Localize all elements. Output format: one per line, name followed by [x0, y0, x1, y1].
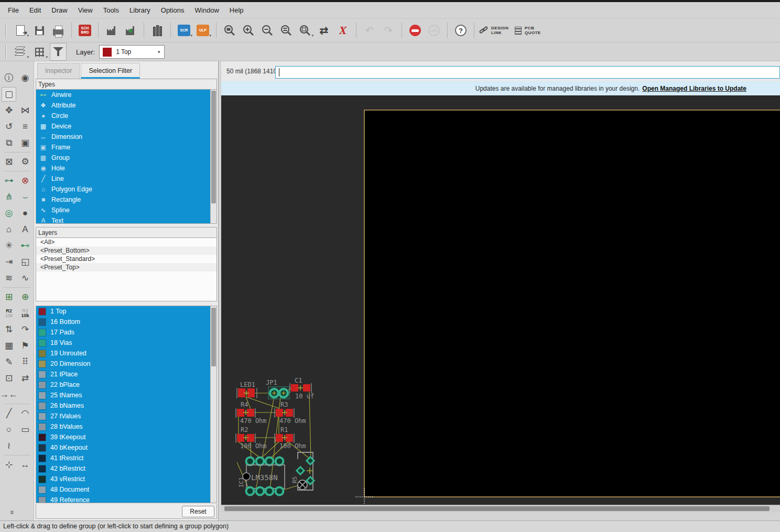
layer-row-vias[interactable]: 18 Vias [36, 338, 216, 348]
swap-icon[interactable]: ⇄ [18, 371, 32, 386]
layer-swatch-reference[interactable] [38, 496, 46, 504]
type-row-circle[interactable]: ●Circle [36, 111, 216, 121]
layer-preset-row[interactable]: <Preset_Standard> [36, 255, 216, 263]
zoom-fit-button[interactable] [221, 21, 238, 39]
rect-icon[interactable]: ▭ [18, 422, 32, 437]
go-button[interactable]: GO [426, 21, 442, 39]
type-row-hole[interactable]: ◉Hole [36, 163, 216, 173]
layer-swatch-tkeepout[interactable] [38, 433, 46, 441]
layer-swatch-tplace[interactable] [38, 371, 46, 378]
menu-window[interactable]: Window [190, 4, 224, 16]
layer-row-document[interactable]: 48 Document [36, 484, 216, 495]
polygon-void-icon[interactable]: ◱ [18, 255, 32, 269]
types-list[interactable]: ⊷Airwire❖Attribute●Circle▦Device↔Dimensi… [36, 89, 217, 224]
paint-icon[interactable]: ✎ [2, 355, 16, 370]
lock-icon[interactable]: ⊡ [2, 371, 16, 386]
canvas-hscroll-thumb[interactable] [224, 506, 770, 511]
menu-view[interactable]: View [73, 4, 98, 16]
layer-preset-row[interactable]: <Preset_Top> [36, 263, 216, 272]
line-icon[interactable]: ╱ [2, 406, 16, 421]
layer-row-top[interactable]: 1 Top [36, 306, 216, 317]
open-file-button[interactable]: ➜▾ [12, 21, 29, 39]
copy-icon[interactable]: ⧉ [2, 136, 16, 150]
tab-inspector[interactable]: Inspector [37, 63, 80, 79]
stop-button[interactable] [407, 21, 424, 39]
layer-swatch-bplace[interactable] [38, 381, 46, 389]
zoom-in-button[interactable] [240, 21, 257, 39]
canvas-horizontal-scrollbar[interactable] [221, 505, 780, 512]
wave-icon[interactable]: ∿ [18, 271, 32, 286]
menu-edit[interactable]: Edit [25, 4, 46, 16]
run-script-button[interactable]: SCR▾ [176, 21, 192, 39]
layer-swatch-bkeepout[interactable] [38, 444, 46, 452]
layer-row-reference[interactable]: 49 Reference [36, 495, 216, 503]
layer-row-bkeepout[interactable]: 40 bKeepout [36, 442, 216, 453]
redraw-button[interactable]: ⇄ [316, 21, 332, 39]
layer-preset-row[interactable]: <All> [36, 238, 216, 246]
layer-swatch-bvalues[interactable] [38, 423, 46, 431]
menu-options[interactable]: Options [156, 4, 189, 16]
layer-row-tplace[interactable]: 21 tPlace [36, 369, 216, 379]
arc-icon[interactable]: ◠ [18, 406, 32, 421]
layer-row-dimension[interactable]: 20 Dimension [36, 359, 216, 369]
layer-row-pads[interactable]: 17 Pads [36, 327, 216, 338]
circle-icon[interactable]: ○ [2, 422, 16, 437]
attribute-icon[interactable]: ⚑ [18, 339, 32, 353]
type-row-group[interactable]: ▩Group [36, 153, 216, 163]
layer-dropdown[interactable]: 1 Top ▼ [99, 45, 165, 59]
menu-library[interactable]: Library [125, 4, 155, 16]
switch-sch-brd-button[interactable]: SCHBRD [77, 21, 93, 39]
cam-processor-button[interactable] [103, 21, 120, 39]
menu-file[interactable]: File [3, 4, 24, 16]
layer-swatch-pads[interactable] [38, 329, 46, 336]
layer-row-tkeepout[interactable]: 39 tKeepout [36, 432, 216, 442]
rotate-icon[interactable]: ↺ [2, 120, 16, 134]
layer-swatch-bottom[interactable] [38, 318, 46, 326]
polygon-icon[interactable]: ⌂ [2, 222, 16, 237]
component-c1[interactable]: C1 10 uf [290, 377, 314, 400]
dimension-icon[interactable]: ⊹ [2, 458, 16, 472]
layers-scrollbar-thumb[interactable] [211, 308, 216, 366]
layer-presets-list[interactable]: <All><Preset_Bottom><Preset_Standard><Pr… [36, 237, 217, 301]
type-row-dimension[interactable]: ↔Dimension [36, 132, 216, 142]
via-icon[interactable]: ◎ [2, 206, 16, 221]
rotate-group-icon[interactable]: ↷ [18, 322, 32, 337]
add-gate-icon[interactable]: ⊕ [18, 290, 32, 305]
zoom-out-button[interactable] [259, 21, 276, 39]
name-tool[interactable]: R210k [2, 306, 16, 321]
undo-button[interactable]: ↶ [361, 21, 378, 39]
selection-filter-toggle[interactable] [50, 43, 67, 61]
meander-icon[interactable]: ≋ [2, 271, 16, 286]
text-icon[interactable]: A [18, 222, 32, 237]
cam-output-button[interactable] [122, 21, 139, 39]
help-button[interactable]: ? [452, 21, 469, 39]
expand-tools-icon[interactable]: » [8, 510, 17, 514]
layer-row-unrouted[interactable]: 19 Unrouted [36, 348, 216, 359]
library-manager-button[interactable] [149, 21, 166, 39]
run-command-button[interactable]: X [334, 21, 351, 39]
run-ulp-button[interactable]: ULP▾ [194, 21, 211, 39]
component-led1[interactable]: LED1 [237, 381, 257, 398]
type-row-polygon-edge[interactable]: ⌂Polygon Edge [36, 184, 216, 194]
types-scrollbar-thumb[interactable] [211, 91, 216, 203]
pinswap-icon[interactable]: ⇅ [2, 322, 16, 337]
layer-swatch-tnames[interactable] [38, 392, 46, 399]
route-airwire-icon[interactable]: ⊶ [2, 173, 16, 188]
pad-icon[interactable]: ● [18, 206, 32, 221]
menu-tools[interactable]: Tools [99, 4, 124, 16]
layer-color-list[interactable]: 1 Top16 Bottom17 Pads18 Vias19 Unrouted2… [36, 306, 217, 503]
layer-row-bnames[interactable]: 26 bNames [36, 400, 216, 411]
tab-selection-filter[interactable]: Selection Filter [81, 63, 140, 79]
pcb-quote-button[interactable]: PCBQUOTE [515, 21, 540, 39]
add-part-icon[interactable]: ⊞ [2, 290, 16, 305]
paste-icon[interactable]: ▣ [18, 136, 32, 150]
layer-swatch-document[interactable] [38, 486, 46, 494]
type-row-text[interactable]: AText [36, 215, 216, 224]
group-dots-icon[interactable]: ⠿ [18, 355, 32, 370]
align-icon[interactable]: ≡ [18, 120, 32, 134]
miter-icon[interactable]: ⌣ [18, 190, 32, 204]
delete-icon[interactable]: ⊠ [2, 155, 16, 169]
ripup-icon[interactable]: ⊗ [18, 173, 32, 188]
type-row-line[interactable]: ╱Line [36, 173, 216, 184]
split-icon[interactable]: ⋔ [2, 190, 16, 204]
